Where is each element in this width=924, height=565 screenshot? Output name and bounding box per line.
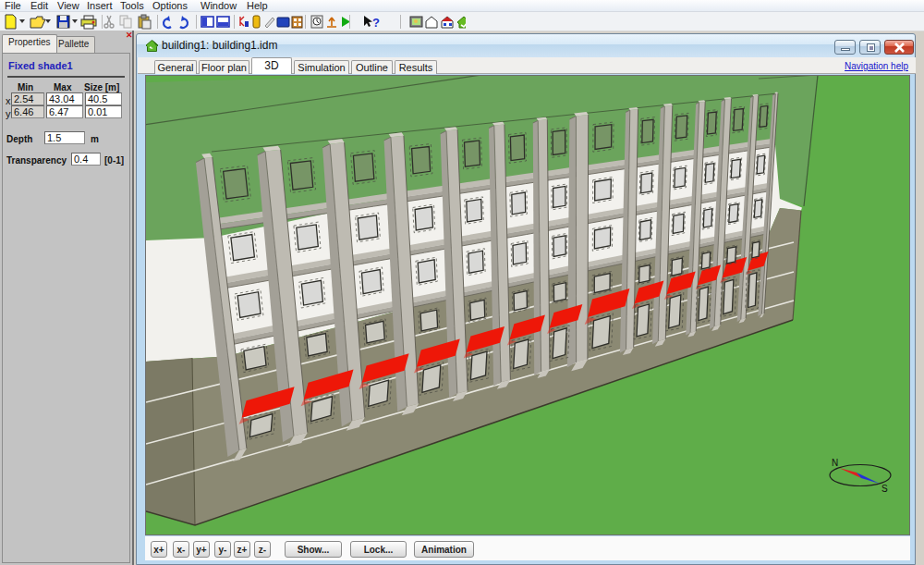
svg-text:?: ?: [372, 16, 380, 30]
svg-text:N: N: [832, 458, 838, 468]
svg-text:S: S: [881, 484, 888, 494]
